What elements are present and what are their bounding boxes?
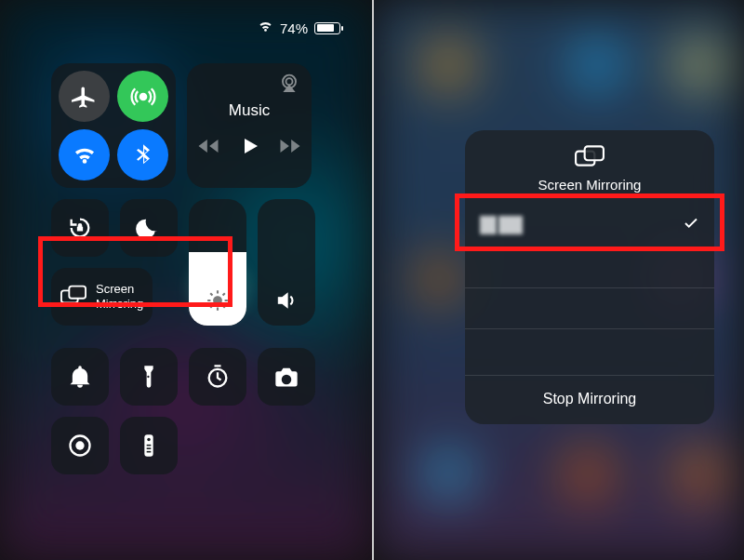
screen-mirroring-sheet-screenshot: Screen Mirroring Stop Mirroring <box>374 0 744 560</box>
sheet-title: Screen Mirroring <box>538 177 642 193</box>
cellular-data-button[interactable] <box>117 71 168 122</box>
svg-point-8 <box>75 441 84 449</box>
rotation-lock-button[interactable] <box>51 199 109 257</box>
svg-point-3 <box>214 297 222 305</box>
device-row[interactable] <box>465 247 714 288</box>
screen-mirroring-icon <box>575 145 604 171</box>
svg-rect-15 <box>585 146 604 160</box>
svg-rect-5 <box>69 287 86 299</box>
music-title: Music <box>229 101 270 120</box>
airplane-mode-button[interactable] <box>59 71 110 122</box>
device-row-selected[interactable] <box>465 204 714 247</box>
play-button[interactable] <box>238 135 260 161</box>
control-center-screenshot: 74% <box>0 0 374 560</box>
bluetooth-button[interactable] <box>117 129 168 180</box>
screen-mirroring-sheet: Screen Mirroring Stop Mirroring <box>465 130 714 424</box>
battery-percentage: 74% <box>280 20 308 36</box>
music-tile[interactable]: Music <box>187 63 312 188</box>
do-not-disturb-button[interactable] <box>120 199 178 257</box>
wifi-button[interactable] <box>59 129 110 180</box>
svg-rect-11 <box>147 445 152 447</box>
airplay-icon <box>276 71 302 100</box>
svg-rect-12 <box>147 447 152 449</box>
svg-point-10 <box>147 438 151 442</box>
camera-button[interactable] <box>258 348 315 406</box>
stop-mirroring-button[interactable]: Stop Mirroring <box>465 375 714 424</box>
screen-record-button[interactable] <box>51 417 109 474</box>
device-name-redacted <box>480 216 523 234</box>
device-list <box>465 204 714 370</box>
screen-mirroring-button[interactable]: Screen Mirroring <box>51 268 153 326</box>
flashlight-button[interactable] <box>120 348 178 406</box>
control-center-grid: Music <box>51 63 312 474</box>
mirror-label-line1: Screen <box>96 282 143 297</box>
brightness-slider[interactable] <box>189 199 246 326</box>
status-bar: 74% <box>258 19 340 37</box>
screen-mirroring-icon <box>60 282 86 312</box>
svg-point-0 <box>140 93 145 99</box>
apple-tv-remote-button[interactable] <box>120 417 178 474</box>
device-row[interactable] <box>465 329 714 370</box>
connectivity-tile[interactable] <box>51 63 176 188</box>
wifi-icon <box>258 19 273 37</box>
bell-button[interactable] <box>51 348 109 406</box>
mirror-label-line2: Mirroring <box>96 297 143 312</box>
timer-button[interactable] <box>189 348 246 406</box>
brightness-icon <box>206 288 230 313</box>
volume-slider[interactable] <box>258 199 315 326</box>
device-row[interactable] <box>465 288 714 329</box>
svg-point-1 <box>286 78 293 85</box>
checkmark-icon <box>683 215 699 235</box>
next-track-button[interactable] <box>277 133 303 163</box>
previous-track-button[interactable] <box>195 133 221 163</box>
battery-icon <box>314 22 340 34</box>
svg-rect-13 <box>147 451 152 453</box>
volume-icon <box>274 288 299 313</box>
